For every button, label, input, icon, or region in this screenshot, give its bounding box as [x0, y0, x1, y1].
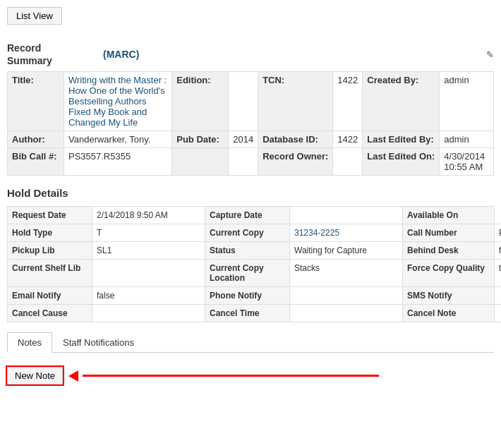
hold-grid: Request Date 2/14/2018 9:50 AM Capture D… [7, 206, 494, 322]
record-title-block: RecordSummary [7, 42, 78, 67]
available-on-value [495, 207, 501, 224]
list-view-button[interactable]: List View [7, 7, 62, 25]
created-by-label: Created By: [363, 72, 440, 131]
current-copy-location-value: Stacks [290, 260, 403, 287]
phone-notify-value [290, 287, 403, 305]
created-by-value: admin [440, 72, 494, 131]
sms-notify-label: SMS Notify [403, 287, 495, 305]
sms-notify-value [495, 287, 501, 305]
empty-value1 [229, 148, 258, 176]
new-note-row: New Note [7, 367, 494, 385]
pub-date-value: 2014 [229, 131, 258, 148]
behind-desk-label: Behind Desk [403, 242, 495, 260]
pickup-lib-label: Pickup Lib [8, 242, 92, 260]
last-edited-by-label: Last Edited By: [363, 131, 440, 148]
notes-section: New Note [7, 360, 494, 385]
edition-label: Edition: [172, 72, 229, 131]
record-summary-label: RecordSummary [7, 42, 78, 67]
hold-type-value: T [92, 224, 205, 242]
page-container: List View RecordSummary (MARC) ✎ Title: … [0, 0, 501, 448]
force-copy-quality-label: Force Copy Quality [403, 260, 495, 287]
database-id-value: 1422 [333, 131, 363, 148]
request-date-label: Request Date [8, 207, 92, 224]
pickup-lib-value: SL1 [92, 242, 205, 260]
email-notify-label: Email Notify [8, 287, 92, 305]
database-id-label: Database ID: [258, 131, 333, 148]
cancel-cause-value [92, 305, 205, 322]
record-header: RecordSummary (MARC) ✎ [7, 42, 494, 67]
tcn-label: TCN: [258, 72, 333, 131]
behind-desk-value: false [495, 242, 501, 260]
arrow-head [68, 370, 78, 382]
current-copy-value: 31234-2225 [290, 224, 403, 242]
tcn-value: 1422 [333, 72, 363, 131]
tab-staff-notifications[interactable]: Staff Notifications [52, 332, 145, 353]
tabs-row: Notes Staff Notifications [7, 332, 494, 353]
current-copy-link[interactable]: 31234-2225 [294, 228, 339, 238]
hold-details-section: Hold Details Request Date 2/14/2018 9:50… [7, 187, 494, 322]
cancel-note-label: Cancel Note [403, 305, 495, 322]
call-number-value: PS3557.R5355 [495, 224, 501, 242]
author-label: Author: [8, 131, 64, 148]
last-edited-on-value: 4/30/2014 10:55 AM [440, 148, 494, 176]
bib-call-value: PS3557.R5355 [64, 148, 172, 176]
current-copy-location-label: Current Copy Location [205, 260, 290, 287]
record-owner-label: Record Owner: [258, 148, 333, 176]
cancel-time-label: Cancel Time [205, 305, 290, 322]
author-value: Vanderwarker, Tony. [64, 131, 172, 148]
request-date-value: 2/14/2018 9:50 AM [92, 207, 205, 224]
title-label: Title: [8, 72, 64, 131]
cancel-cause-label: Cancel Cause [8, 305, 92, 322]
phone-notify-label: Phone Notify [205, 287, 290, 305]
edition-value [229, 72, 258, 131]
new-note-button[interactable]: New Note [7, 367, 63, 385]
bib-call-label: Bib Call #: [8, 148, 64, 176]
empty-label1 [172, 148, 229, 176]
bib-table: Title: Writing with the Master : How One… [7, 71, 494, 176]
marc-link[interactable]: (MARC) [103, 49, 139, 60]
hold-type-label: Hold Type [8, 224, 92, 242]
record-owner-value [333, 148, 363, 176]
current-shelf-lib-value [92, 260, 205, 287]
last-edited-on-label: Last Edited On: [363, 148, 440, 176]
expand-icon[interactable]: ✎ [486, 49, 494, 60]
last-edited-by-value: admin [440, 131, 494, 148]
status-value: Waiting for Capture [290, 242, 403, 260]
force-copy-quality-value: true [495, 260, 501, 287]
current-copy-label: Current Copy [205, 224, 290, 242]
cancel-time-value [290, 305, 403, 322]
available-on-label: Available On [403, 207, 495, 224]
arrow-line [83, 375, 379, 377]
title-value: Writing with the Master : How One of the… [64, 72, 172, 131]
status-label: Status [205, 242, 290, 260]
call-number-label: Call Number [403, 224, 495, 242]
tab-notes[interactable]: Notes [7, 332, 52, 353]
capture-date-label: Capture Date [205, 207, 290, 224]
capture-date-value [290, 207, 403, 224]
hold-details-title: Hold Details [7, 187, 494, 199]
title-link[interactable]: Writing with the Master : How One of the… [68, 75, 167, 128]
pub-date-label: Pub Date: [172, 131, 229, 148]
email-notify-value: false [92, 287, 205, 305]
cancel-note-value [495, 305, 501, 322]
current-shelf-lib-label: Current Shelf Lib [8, 260, 92, 287]
